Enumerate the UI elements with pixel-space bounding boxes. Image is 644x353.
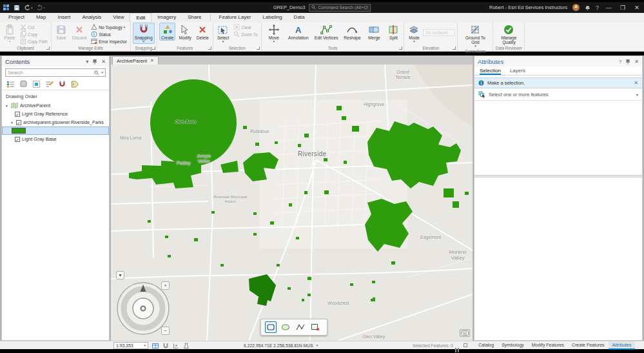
- contents-search-input[interactable]: [8, 70, 92, 76]
- minimize-button[interactable]: —: [604, 5, 613, 11]
- tab-insert[interactable]: Insert: [52, 13, 76, 22]
- layer-checkbox[interactable]: ✓: [15, 112, 20, 117]
- tab-view[interactable]: View: [107, 13, 130, 22]
- close-button[interactable]: ✕: [632, 5, 641, 11]
- dialog-launcher-icon[interactable]: [257, 46, 260, 50]
- tab-analysis[interactable]: Analysis: [76, 13, 107, 22]
- beaker-icon[interactable]: [183, 343, 190, 349]
- snapping-button[interactable]: Snapping▾: [133, 23, 155, 44]
- tab-share[interactable]: Share: [182, 13, 207, 22]
- dismiss-info-icon[interactable]: ✕: [634, 80, 638, 86]
- topology-dropdown[interactable]: No Topology▾: [90, 24, 128, 30]
- snapping-status-icon[interactable]: [162, 343, 169, 349]
- zoom-out-button[interactable]: −: [161, 327, 170, 335]
- edit-status-button[interactable]: Status: [90, 31, 128, 37]
- command-search-input[interactable]: [318, 5, 368, 10]
- close-icon[interactable]: ✕: [634, 59, 639, 65]
- save-edits-button[interactable]: Save: [54, 23, 69, 41]
- merge-button[interactable]: Merge: [364, 23, 384, 41]
- list-by-source-icon[interactable]: [19, 80, 28, 88]
- avatar[interactable]: [572, 4, 580, 11]
- elevation-mode-button[interactable]: Mode▾: [406, 23, 422, 44]
- help-icon[interactable]: ?: [619, 59, 621, 65]
- layer-checkbox[interactable]: ✓: [15, 137, 20, 142]
- tab-project[interactable]: Project: [3, 13, 30, 22]
- select-features-dropdown[interactable]: Select one or more features ▾: [474, 88, 642, 101]
- list-by-snapping-icon[interactable]: [58, 80, 66, 88]
- xy-coordinates-icon[interactable]: [173, 343, 179, 349]
- discard-edits-button[interactable]: Discard: [70, 23, 88, 41]
- layer-item-light-gray-base[interactable]: ✓ Light Gray Base: [2, 135, 109, 143]
- close-tab-icon[interactable]: ✕: [150, 58, 154, 63]
- dialog-launcher-icon[interactable]: [152, 46, 155, 50]
- layer-item-archiveparent[interactable]: ▾ ArchiveParent: [2, 101, 109, 110]
- select-button[interactable]: Select▾: [215, 23, 231, 44]
- list-by-labeling-icon[interactable]: [71, 80, 79, 88]
- copy-path-button[interactable]: Copy Path: [19, 38, 49, 45]
- pin-icon[interactable]: [92, 59, 97, 65]
- tab-edit[interactable]: Edit: [130, 13, 151, 22]
- map-view[interactable]: Glen Avon Grand Terrace Highgrove Rubido…: [111, 65, 473, 341]
- dialog-launcher-icon[interactable]: [399, 46, 402, 50]
- zoom-in-button[interactable]: +: [161, 281, 170, 290]
- annotation-button[interactable]: A Annotation: [286, 23, 311, 41]
- template-tool-ellipse[interactable]: [280, 321, 291, 333]
- expander-icon[interactable]: ▾: [5, 104, 9, 108]
- attributes-tab-layers[interactable]: Layers: [510, 66, 525, 75]
- stop-icon[interactable]: [463, 343, 467, 347]
- command-search[interactable]: [309, 4, 371, 12]
- app-icon[interactable]: [3, 5, 10, 11]
- template-tool-rectangle[interactable]: [309, 321, 321, 333]
- maximize-button[interactable]: ❐: [618, 5, 627, 11]
- help-icon[interactable]: ?: [596, 5, 599, 11]
- tab-labeling[interactable]: Labeling: [257, 13, 288, 22]
- dock-tab-attributes[interactable]: Attributes: [609, 341, 636, 350]
- pause-icon[interactable]: [455, 343, 460, 353]
- map-scale-dropdown[interactable]: 1:93,353 ▾: [113, 342, 148, 349]
- chevron-down-icon[interactable]: ▾: [86, 59, 88, 65]
- zoom-to-button[interactable]: Zoom To: [232, 31, 259, 37]
- chevron-down-icon[interactable]: ▾: [636, 92, 638, 97]
- create-features-button[interactable]: Create: [159, 23, 176, 41]
- save-icon[interactable]: [14, 5, 20, 11]
- delete-features-button[interactable]: Delete: [195, 23, 211, 41]
- edit-vertices-button[interactable]: Edit Vertices: [313, 23, 340, 41]
- split-button[interactable]: Split: [385, 23, 402, 41]
- layer-checkbox[interactable]: ✓: [16, 120, 21, 125]
- cut-button[interactable]: Cut: [19, 24, 49, 30]
- pin-icon[interactable]: [625, 59, 630, 65]
- notifications-icon[interactable]: [585, 5, 590, 11]
- layer-item-riverside-parks[interactable]: ▾ ✓ archiveparent.gisowner.Riverside_Par…: [2, 118, 109, 126]
- open-table-icon[interactable]: [152, 343, 159, 349]
- clear-selection-button[interactable]: Clear: [232, 24, 259, 30]
- list-by-selection-icon[interactable]: [32, 80, 41, 88]
- search-options-caret[interactable]: ▾: [101, 71, 103, 74]
- on-screen-keyboard-button[interactable]: [460, 329, 470, 337]
- error-inspector-button[interactable]: Error Inspector: [90, 38, 128, 45]
- map-canvas[interactable]: [111, 65, 473, 341]
- manage-quality-button[interactable]: Manage Quality: [495, 23, 522, 45]
- layer-symbol-row[interactable]: [2, 126, 109, 135]
- tab-feature-layer[interactable]: Feature Layer: [213, 13, 257, 22]
- map-tab-archiveparent[interactable]: ArchiveParent ✕: [112, 56, 159, 65]
- tab-imagery[interactable]: Imagery: [151, 13, 182, 22]
- modify-features-button[interactable]: Modify: [177, 23, 193, 41]
- attributes-tab-selection[interactable]: Selection: [480, 66, 501, 75]
- dialog-launcher-icon[interactable]: [453, 46, 456, 50]
- template-tool-polygon[interactable]: [265, 321, 277, 333]
- park-symbol-swatch[interactable]: [12, 128, 26, 134]
- collapse-navigator-button[interactable]: ▾: [116, 271, 124, 279]
- list-by-editing-icon[interactable]: [45, 80, 54, 88]
- close-icon[interactable]: ✕: [101, 59, 106, 65]
- signed-in-user[interactable]: Robert - Esri Ed Services Instructors: [489, 5, 567, 10]
- copy-button[interactable]: Copy: [19, 31, 49, 37]
- tab-data[interactable]: Data: [288, 13, 311, 22]
- dock-tab-create-features[interactable]: Create Features: [568, 341, 609, 350]
- move-button[interactable]: Move▾: [264, 23, 284, 44]
- contents-search[interactable]: ▾: [5, 68, 106, 77]
- dock-tab-modify-features[interactable]: Modify Features: [528, 341, 568, 350]
- ground-to-grid-button[interactable]: Ground To Grid▾: [460, 23, 491, 48]
- reshape-button[interactable]: Reshape: [341, 23, 363, 41]
- dialog-launcher-icon[interactable]: [46, 46, 50, 50]
- dialog-launcher-icon[interactable]: [208, 46, 211, 50]
